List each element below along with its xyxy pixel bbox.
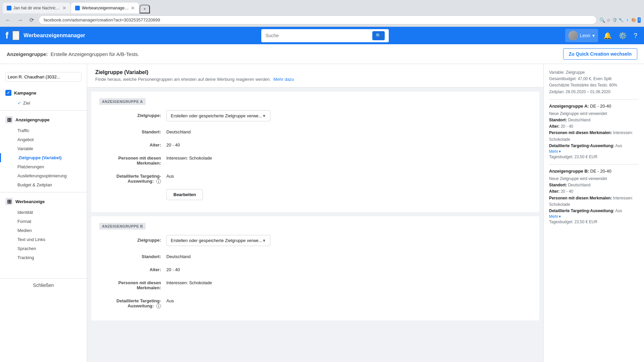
bearbeiten-button-a[interactable]: Bearbeiten	[166, 189, 203, 200]
help-button[interactable]: ?	[632, 31, 639, 41]
extension-icon-1: 🛡️	[612, 18, 617, 22]
ad-group-b-targeting: Detaillierte Targeting-Ausweitung: Aus	[549, 208, 639, 214]
form-value-zielgruppe-a: Erstellen oder gespeicherte Zielgruppe v…	[166, 110, 531, 121]
quick-creation-button[interactable]: Zu Quick Creation wechseln	[563, 48, 638, 60]
ad-group-b-standort-label: Standort:	[549, 183, 567, 187]
form-value-targeting-b: Aus	[166, 296, 531, 303]
right-zeitplan: Zeitplan: 28.05.2020 – 01.06.2020	[549, 89, 639, 95]
form-label-zielgruppe-a: Zielgruppe:	[99, 110, 166, 118]
account-dropdown[interactable]: Leon R. Chaudhari (3032...	[5, 72, 82, 82]
sidebar-item-identitaet[interactable]: Identität	[0, 208, 87, 217]
mehr-arrow-a: ▾	[559, 149, 561, 154]
form-value-targeting-a: Aus	[166, 171, 531, 179]
targeting-info-icon-a[interactable]: i	[156, 179, 161, 184]
fb-icon-ext: f	[638, 17, 641, 23]
forward-button[interactable]: →	[15, 16, 25, 24]
close-button[interactable]: Schließen	[0, 278, 87, 292]
tab-ads-manager[interactable]: Werbeanzeigenmanager - Cre... ✕	[71, 3, 139, 13]
star-icon: ☆	[606, 17, 611, 23]
search-button[interactable]: 🔍	[372, 31, 385, 40]
search-input[interactable]	[265, 33, 370, 38]
sidebar-item-budget[interactable]: Budget & Zeitplan	[0, 180, 87, 189]
sidebar-item-ziel[interactable]: ✓ Ziel	[0, 99, 87, 108]
targeting-info-icon-b[interactable]: i	[156, 304, 161, 308]
ad-group-a-standort-value: Deutschland	[568, 118, 591, 122]
form-value-personen-a: Interessen: Schokolade	[166, 153, 531, 161]
form-label-alter-a: Alter:	[99, 140, 166, 147]
user-menu-button[interactable]: Leon ▾	[565, 29, 598, 42]
right-gesamtbudget: Gesamtbudget: 47,00 €, Even Split	[549, 76, 639, 82]
mehr-link-a[interactable]: Mehr ▾	[549, 149, 639, 154]
sidebar-item-platzierungen[interactable]: Platzierungen	[0, 162, 87, 171]
mehr-dazu-link[interactable]: Mehr dazu	[273, 77, 294, 82]
facebook-logo: f	[5, 30, 8, 41]
sidebar-section-kampagne: ✓ Kampagne ✓ Ziel	[0, 87, 87, 108]
sidebar-item-auslieferung[interactable]: Auslieferungsoptimierung	[0, 171, 87, 180]
sidebar-item-tracking[interactable]: Tracking	[0, 253, 87, 262]
ad-group-a-personen: Personen mit diesen Merkmalen: Interesse…	[549, 130, 639, 142]
tab-label-jan: Jan hat dir eine Nachricht ge...	[13, 6, 60, 10]
ad-group-a-personen-label: Personen mit diesen Merkmalen:	[549, 130, 612, 135]
sidebar-item-medien[interactable]: Medien	[0, 226, 87, 235]
sidebar-item-text-label: Text und Links	[17, 237, 45, 242]
sidebar-item-format[interactable]: Format	[0, 217, 87, 226]
sidebar-item-identitaet-label: Identität	[17, 210, 33, 215]
extension-icon-3: 📧	[625, 18, 630, 22]
sidebar-section-kampagne-label: Kampagne	[14, 90, 36, 96]
ziel-check-icon: ✓	[17, 101, 21, 106]
sidebar-item-text[interactable]: Text und Links	[0, 235, 87, 244]
ad-group-a-alter-value: 20 - 40	[561, 124, 573, 129]
mehr-link-b[interactable]: Mehr ▾	[549, 214, 639, 219]
dropdown-arrow-a: ▼	[262, 114, 266, 118]
form-row-standort-a: Standort: Deutschland	[99, 127, 531, 134]
mehr-label-a: Mehr	[549, 149, 558, 154]
form-value-zielgruppe-b: Erstellen oder gespeicherte Zielgruppe v…	[166, 235, 531, 246]
new-tab-button[interactable]: +	[140, 5, 150, 13]
search-input-wrapper: 🔍	[261, 29, 389, 42]
personen-value-b: Interessen: Schokolade	[166, 278, 212, 285]
sidebar-section-anzeigengruppe: ⊞ Anzeigengruppe Traffic Angebot Variabl…	[0, 113, 87, 189]
app-name: Werbeanzeigenmanager	[23, 33, 85, 39]
zielgruppe-title: Zielgruppe (Variabel)	[95, 69, 535, 75]
zielgruppe-dropdown-a[interactable]: Erstellen oder gespeicherte Zielgruppe v…	[166, 110, 270, 121]
sidebar-item-sprachen[interactable]: Sprachen	[0, 244, 87, 253]
targeting-value-a: Aus	[166, 171, 174, 179]
browser-tab-bar: Jan hat dir eine Nachricht ge... ✕ Werbe…	[0, 0, 644, 13]
ad-group-b-alter-label: Alter:	[549, 189, 559, 194]
sidebar-section-anzeigengruppe-label: Anzeigengruppe	[15, 117, 50, 122]
sidebar-item-zielgruppe[interactable]: Zielgruppe (Variabel)	[0, 153, 87, 162]
apps-grid-button[interactable]: ⊞	[12, 31, 19, 40]
sidebar-item-platzierungen-label: Platzierungen	[17, 164, 44, 169]
zielgruppe-dropdown-b[interactable]: Erstellen oder gespeicherte Zielgruppe v…	[166, 235, 270, 246]
ad-group-a-targeting-label: Detaillierte Targeting-Ausweitung:	[549, 143, 614, 148]
user-dropdown-arrow: ▾	[592, 33, 595, 38]
ad-group-a-neue-zielgruppe: Neue Zielgruppe wird verwendet	[549, 111, 639, 117]
reload-button[interactable]: ⟳	[28, 15, 36, 24]
ad-group-a-title-suffix: DE - 20-40	[590, 104, 611, 109]
tab-close-jan[interactable]: ✕	[62, 5, 66, 11]
settings-button[interactable]: ⚙️	[617, 30, 628, 41]
kampagne-checkbox-icon: ✓	[5, 90, 11, 96]
main-content: Zielgruppe (Variabel) Finde heraus, welc…	[87, 64, 543, 362]
zielgruppe-dropdown-a-text: Erstellen oder gespeicherte Zielgruppe v…	[171, 113, 262, 118]
right-panel-divider-2	[549, 164, 639, 165]
ad-group-b-alter: Alter: 20 - 40	[549, 188, 639, 195]
back-button[interactable]: ←	[3, 16, 13, 24]
sidebar-item-angebot[interactable]: Angebot	[0, 135, 87, 144]
ad-group-b-label: ANZEIGENGRUPPE B	[99, 223, 146, 230]
account-selector: Leon R. Chaudhari (3032...	[0, 69, 87, 87]
ad-group-b-title-suffix: DE - 20-40	[590, 169, 611, 174]
tab-close-ads[interactable]: ✕	[131, 5, 135, 11]
tab-jan[interactable]: Jan hat dir eine Nachricht ge... ✕	[3, 3, 70, 13]
sidebar-item-ziel-label: Ziel	[23, 101, 30, 106]
werbeanzeige-grid-icon: ⊞	[5, 198, 13, 205]
user-name: Leon	[580, 33, 590, 38]
sidebar-item-traffic[interactable]: Traffic	[0, 126, 87, 135]
sidebar-item-variable[interactable]: Variable	[0, 144, 87, 153]
form-row-personen-b: Personen mit diesen Merkmalen: Interesse…	[99, 278, 531, 290]
form-label-personen-b: Personen mit diesen Merkmalen:	[99, 278, 166, 290]
notifications-button[interactable]: 🔔	[602, 30, 613, 41]
url-bar[interactable]	[39, 15, 597, 24]
standort-value-b: Deutschland	[166, 251, 191, 259]
tab-favicon-jan	[7, 6, 11, 10]
